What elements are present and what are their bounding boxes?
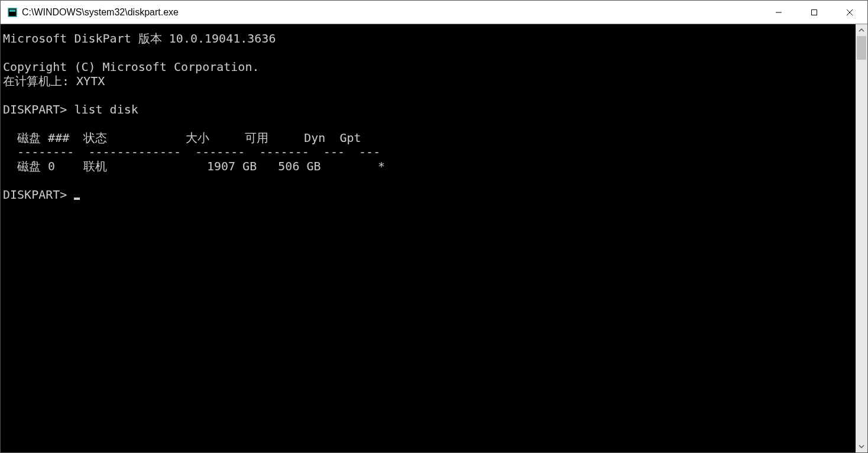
console-area: Microsoft DiskPart 版本 10.0.19041.3636 Co…	[1, 24, 867, 452]
scroll-up-arrow[interactable]	[856, 24, 867, 36]
scroll-down-arrow[interactable]	[856, 441, 867, 452]
minimize-button[interactable]	[761, 1, 796, 24]
window-controls	[761, 1, 867, 24]
scroll-track[interactable]	[856, 36, 867, 441]
table-header: 磁盘 ### 状态 大小 可用 Dyn Gpt	[3, 131, 361, 145]
cursor	[74, 198, 80, 200]
app-icon	[8, 8, 17, 17]
prompt-line-1: DISKPART> list disk	[3, 102, 138, 117]
titlebar: C:\WINDOWS\system32\diskpart.exe	[1, 1, 867, 24]
computer-line: 在计算机上: XYTX	[3, 74, 105, 88]
vertical-scrollbar[interactable]	[856, 24, 867, 452]
close-button[interactable]	[832, 1, 867, 24]
maximize-button[interactable]	[796, 1, 832, 24]
version-line: Microsoft DiskPart 版本 10.0.19041.3636	[3, 31, 276, 46]
prompt-line-2: DISKPART>	[3, 187, 74, 202]
scroll-thumb[interactable]	[857, 36, 866, 60]
table-divider: -------- ------------- ------- ------- -…	[3, 145, 380, 159]
svg-rect-3	[812, 9, 817, 15]
svg-rect-1	[9, 9, 15, 12]
console-output[interactable]: Microsoft DiskPart 版本 10.0.19041.3636 Co…	[1, 24, 856, 452]
copyright-line: Copyright (C) Microsoft Corporation.	[3, 60, 259, 74]
window-title: C:\WINDOWS\system32\diskpart.exe	[22, 7, 761, 18]
table-row: 磁盘 0 联机 1907 GB 506 GB *	[3, 159, 385, 173]
